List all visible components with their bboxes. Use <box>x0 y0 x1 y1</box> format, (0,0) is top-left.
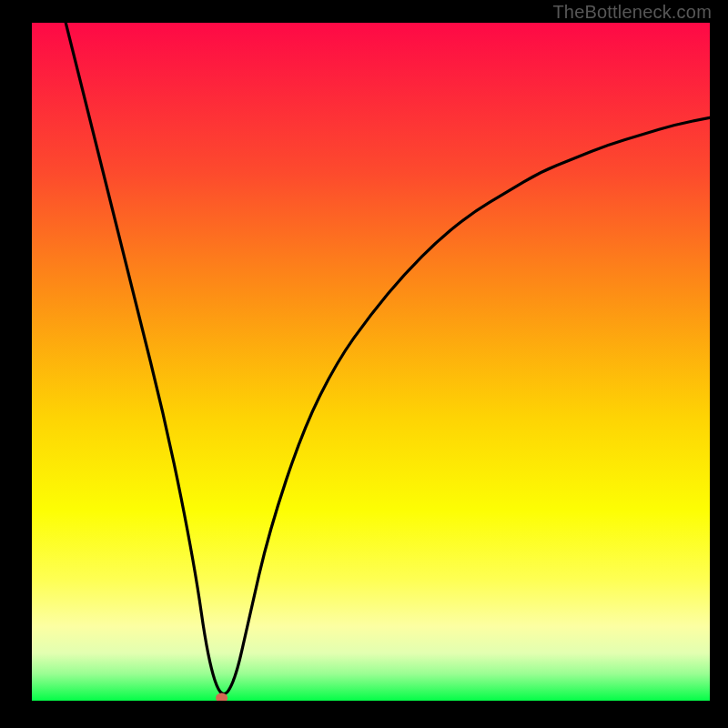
chart-frame: TheBottleneck.com <box>0 0 728 728</box>
plot-area <box>32 23 710 701</box>
bottleneck-curve <box>32 23 710 701</box>
source-attribution: TheBottleneck.com <box>552 2 712 23</box>
